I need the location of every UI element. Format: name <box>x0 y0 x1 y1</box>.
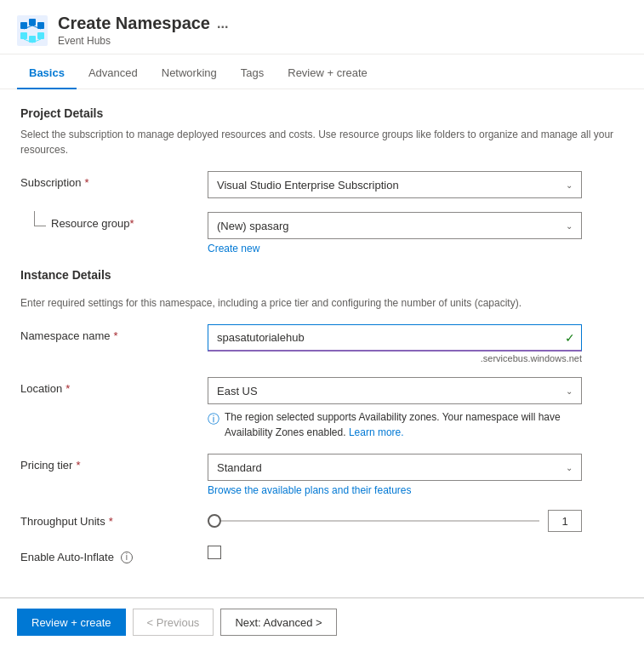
subscription-required: * <box>85 176 89 189</box>
event-hubs-icon <box>17 15 48 46</box>
resource-group-chevron: ⌄ <box>566 221 573 231</box>
page-header: Create Namespace ... Event Hubs <box>0 0 644 54</box>
svg-rect-4 <box>20 32 27 39</box>
footer: Review + create < Previous Next: Advance… <box>0 597 644 646</box>
throughput-slider-wrap: 1 <box>208 510 582 532</box>
svg-rect-2 <box>29 19 36 26</box>
subscription-chevron: ⌄ <box>566 180 573 190</box>
subscription-label: Subscription * <box>20 171 208 189</box>
project-details-title: Project Details <box>20 106 624 120</box>
pricing-required: * <box>76 459 80 472</box>
location-chevron: ⌄ <box>566 386 573 396</box>
resource-group-field: (New) spasarg ⌄ Create new <box>208 212 582 254</box>
auto-inflate-checkbox[interactable] <box>208 546 221 559</box>
tab-bar: Basics Advanced Networking Tags Review +… <box>0 58 644 89</box>
auto-inflate-info-icon[interactable]: i <box>121 552 133 563</box>
namespace-input[interactable] <box>208 324 582 352</box>
browse-plans-link[interactable]: Browse the available plans and their fea… <box>208 484 582 496</box>
pricing-field: Standard ⌄ Browse the available plans an… <box>208 454 582 496</box>
page-title: Create Namespace ... <box>58 14 228 33</box>
resource-group-value: (New) spasarg <box>217 220 289 232</box>
next-button[interactable]: Next: Advanced > <box>220 609 336 636</box>
more-options[interactable]: ... <box>217 16 228 31</box>
pricing-chevron: ⌄ <box>566 463 573 472</box>
servicebus-hint: .servicebus.windows.net <box>208 353 582 363</box>
throughput-required: * <box>109 515 113 528</box>
tab-review-create[interactable]: Review + create <box>276 58 379 89</box>
page-subtitle: Event Hubs <box>58 35 228 47</box>
tab-advanced[interactable]: Advanced <box>77 58 150 89</box>
location-field: East US ⌄ ⓘ The region selected supports… <box>208 377 582 440</box>
location-value: East US <box>217 385 258 397</box>
tab-networking[interactable]: Networking <box>150 58 229 89</box>
tab-basics[interactable]: Basics <box>17 58 77 89</box>
namespace-field: ✓ .servicebus.windows.net <box>208 324 582 363</box>
location-required: * <box>66 382 70 395</box>
subscription-select[interactable]: Visual Studio Enterprise Subscription ⌄ <box>208 171 582 198</box>
pricing-select[interactable]: Standard ⌄ <box>208 454 582 481</box>
pricing-label: Pricing tier * <box>20 454 208 472</box>
namespace-row: Namespace name * ✓ .servicebus.windows.n… <box>20 324 624 363</box>
throughput-field: 1 <box>208 510 582 532</box>
tab-tags[interactable]: Tags <box>229 58 276 89</box>
learn-more-link[interactable]: Learn more. <box>349 426 404 438</box>
resource-group-label-wrap: Resource group * <box>20 212 208 230</box>
namespace-label: Namespace name * <box>20 324 208 342</box>
subscription-row: Subscription * Visual Studio Enterprise … <box>20 171 624 198</box>
resource-group-select[interactable]: (New) spasarg ⌄ <box>208 212 582 239</box>
header-text: Create Namespace ... Event Hubs <box>58 14 228 47</box>
throughput-label: Throughput Units * <box>20 510 208 528</box>
location-label: Location * <box>20 377 208 395</box>
availability-info-box: ⓘ The region selected supports Availabil… <box>208 409 582 440</box>
main-content: Project Details Select the subscription … <box>0 89 644 594</box>
auto-inflate-label: Enable Auto-Inflate i <box>20 546 208 563</box>
instance-details-title: Instance Details <box>20 268 624 282</box>
auto-inflate-checkbox-wrap <box>208 546 582 559</box>
instance-details-desc: Enter required settings for this namespa… <box>20 295 624 311</box>
throughput-value: 1 <box>548 510 582 532</box>
subscription-field: Visual Studio Enterprise Subscription ⌄ <box>208 171 582 198</box>
resource-group-row: Resource group * (New) spasarg ⌄ Create … <box>20 212 624 254</box>
review-create-button[interactable]: Review + create <box>17 609 126 636</box>
availability-info-icon: ⓘ <box>208 410 219 428</box>
namespace-required: * <box>114 329 118 342</box>
project-details-desc: Select the subscription to manage deploy… <box>20 127 624 157</box>
availability-info-text: The region selected supports Availabilit… <box>225 409 582 440</box>
subscription-value: Visual Studio Enterprise Subscription <box>217 179 399 192</box>
resource-group-required: * <box>130 217 134 230</box>
resource-group-label: Resource group <box>51 217 130 230</box>
throughput-slider[interactable] <box>208 520 539 522</box>
namespace-input-wrap: ✓ <box>208 324 582 352</box>
namespace-check-icon: ✓ <box>565 331 575 345</box>
auto-inflate-row: Enable Auto-Inflate i <box>20 546 624 563</box>
pricing-row: Pricing tier * Standard ⌄ Browse the ava… <box>20 454 624 496</box>
location-select[interactable]: East US ⌄ <box>208 377 582 404</box>
auto-inflate-field <box>208 546 582 559</box>
pricing-value: Standard <box>217 461 262 474</box>
svg-rect-6 <box>37 32 44 39</box>
create-new-link[interactable]: Create new <box>208 243 582 254</box>
throughput-row: Throughput Units * 1 <box>20 510 624 532</box>
location-row: Location * East US ⌄ ⓘ The region select… <box>20 377 624 440</box>
previous-button[interactable]: < Previous <box>133 609 214 636</box>
